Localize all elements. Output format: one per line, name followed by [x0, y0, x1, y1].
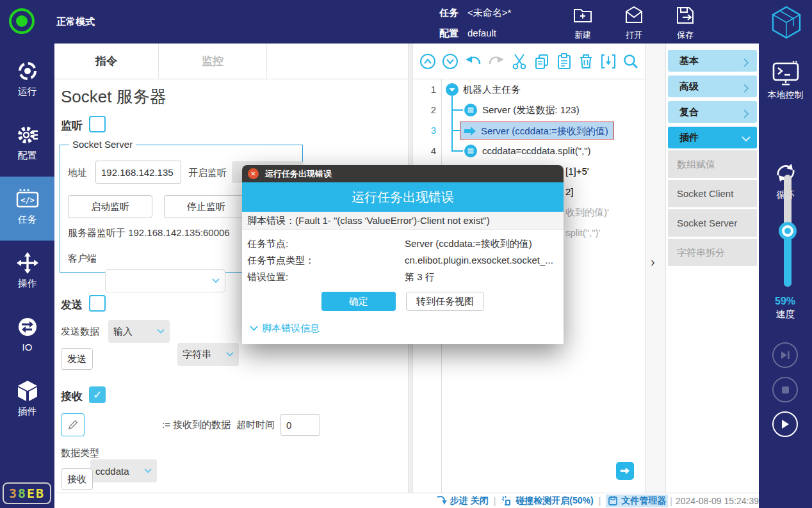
start-listen-button[interactable]: 启动监听	[68, 195, 152, 218]
cut-icon[interactable]	[511, 53, 528, 70]
stop-button[interactable]	[772, 377, 798, 402]
accordion-header-plugin[interactable]: 插件	[668, 127, 757, 148]
step-forward-icon	[780, 351, 790, 360]
collision-detect-label: 碰撞检测开启(50%)	[516, 495, 593, 507]
save-task-button[interactable]: 保存	[665, 5, 706, 41]
collision-icon	[501, 495, 512, 506]
accordion-label: 高级	[679, 81, 699, 91]
save-task-label: 保存	[677, 30, 694, 40]
collapse-all-icon[interactable]	[419, 53, 436, 70]
nav-label-config: 配置	[0, 150, 54, 162]
undo-icon[interactable]	[464, 53, 482, 70]
receive-checkbox[interactable]: ✓	[89, 386, 106, 403]
send-source-dropdown[interactable]: 输入	[108, 320, 170, 343]
nav-label-run: 运行	[0, 86, 54, 98]
dialog-titlebar[interactable]: ✕ 运行任务出现错误	[242, 165, 564, 182]
copy-icon[interactable]	[533, 53, 550, 70]
panel-expander: ›	[646, 44, 666, 493]
tree-row-3-selected[interactable]: 3 Server (ccddata:=接收到的值)	[413, 120, 646, 141]
accordion-header-composite[interactable]: 复合	[668, 101, 757, 123]
library-item-string-split[interactable]: 字符串拆分	[668, 239, 757, 266]
config-label: 配置	[439, 28, 459, 38]
address-input[interactable]: 192.168.142.135	[95, 161, 181, 184]
delete-icon[interactable]	[578, 53, 594, 70]
local-control-icon[interactable]	[772, 60, 800, 86]
robot-status-indicator	[9, 8, 35, 34]
collision-detect-status[interactable]: 碰撞检测开启(50%)	[501, 495, 593, 507]
library-item-array-assign[interactable]: 数组赋值	[668, 150, 757, 178]
library-item-socket-server[interactable]: Socket Server	[668, 209, 757, 237]
send-type-dropdown[interactable]: 字符串	[177, 343, 239, 366]
datatype-label: 数据类型	[61, 447, 99, 459]
nav-item-task[interactable]: </> 任务	[0, 177, 54, 241]
client-dropdown[interactable]	[105, 269, 225, 292]
new-task-button[interactable]: 新建	[562, 5, 603, 41]
library-item-socket-client[interactable]: Socket Client	[668, 180, 757, 207]
edit-variable-button[interactable]	[61, 413, 85, 436]
tree-row-4[interactable]: 4 ccddata=ccddata.split(",")	[413, 141, 646, 161]
next-step-button[interactable]	[616, 462, 634, 480]
send-button[interactable]: 发送	[61, 348, 93, 370]
play-button[interactable]	[772, 411, 798, 437]
tree-node-text: Server (发送数据: 123)	[482, 100, 580, 120]
tab-monitor[interactable]: 监控	[159, 44, 267, 79]
nav-item-io[interactable]: IO	[0, 305, 54, 369]
expand-all-icon[interactable]	[442, 53, 459, 70]
search-icon[interactable]	[622, 53, 639, 70]
step-forward-button[interactable]	[772, 342, 798, 368]
nav-label-task: 任务	[0, 214, 54, 226]
tab-instruction[interactable]: 指令	[54, 44, 159, 79]
tree-node-text: 机器人主任务	[463, 79, 521, 100]
save-floppy-icon	[675, 5, 695, 26]
paste-icon[interactable]	[556, 53, 572, 70]
nav-item-run[interactable]: 运行	[0, 49, 54, 113]
file-manager-button[interactable]: 文件管理器	[606, 495, 668, 507]
stop-listen-button[interactable]: 停止监听	[164, 195, 248, 218]
assign-text: := 接收到的数据	[162, 419, 231, 431]
close-icon[interactable]: ✕	[248, 168, 259, 179]
config-name: default	[467, 28, 496, 38]
step-mode-status[interactable]: 步进 关闭	[436, 495, 489, 507]
tree-row-1[interactable]: 1 机器人主任务	[413, 79, 646, 100]
file-manager-label: 文件管理器	[621, 495, 666, 507]
nav-item-operate[interactable]: 操作	[0, 241, 54, 305]
expand-panel-chevron[interactable]: ›	[651, 255, 655, 269]
pencil-icon	[67, 419, 79, 431]
menu-node-icon	[464, 145, 477, 157]
receive-variable-dropdown[interactable]: ccddata	[90, 459, 157, 482]
chevron-right-icon	[743, 58, 749, 67]
status-divider: |	[670, 496, 672, 506]
insert-icon[interactable]	[600, 53, 617, 70]
nav-label-operate: 操作	[0, 278, 54, 290]
redo-icon[interactable]	[487, 53, 505, 70]
svg-text:</>: </>	[20, 196, 35, 205]
file-manager-icon	[608, 495, 618, 506]
collapse-node-icon[interactable]	[446, 83, 459, 96]
tree-node-text: Server (ccddata:=接收到的值)	[481, 121, 608, 141]
nav-item-plugin[interactable]: 插件	[0, 369, 54, 433]
accordion-header-advanced[interactable]: 高级	[668, 75, 757, 97]
tree-row-2[interactable]: 2 Server (发送数据: 123)	[413, 100, 646, 120]
ok-button[interactable]: 确定	[321, 292, 396, 311]
timeout-input[interactable]: 0	[280, 414, 320, 436]
speed-slider-thumb[interactable]	[779, 222, 797, 240]
task-node-type-row: 任务节点类型： cn.elibot.plugin.exsocket.socket…	[247, 252, 558, 268]
open-task-button[interactable]: 打开	[613, 5, 654, 41]
stop-icon	[781, 386, 790, 394]
listen-switch-label: 开启监听	[188, 167, 227, 179]
receive-button[interactable]: 接收	[61, 468, 93, 490]
selected-node-box[interactable]: Server (ccddata:=接收到的值)	[460, 122, 614, 139]
nav-item-config[interactable]: 配置	[0, 113, 54, 177]
chevron-down-icon	[250, 326, 258, 331]
listen-checkbox[interactable]	[89, 116, 106, 132]
error-position-row: 错误位置: 第 3 行	[247, 269, 558, 285]
status-divider: |	[494, 496, 496, 506]
script-error-info-toggle[interactable]: 脚本错误信息	[250, 322, 320, 335]
open-file-icon	[624, 5, 644, 26]
left-nav-rail: 运行 配置 </> 任务 操作	[0, 44, 54, 508]
goto-task-view-button[interactable]: 转到任务视图	[406, 292, 484, 311]
app-window: 正常模式 任务<未命名>* 配置default 新建 打开	[0, 0, 812, 508]
tab-bar: 指令 监控	[54, 44, 408, 79]
accordion-header-basic[interactable]: 基本	[668, 50, 757, 72]
send-checkbox[interactable]	[89, 295, 106, 312]
